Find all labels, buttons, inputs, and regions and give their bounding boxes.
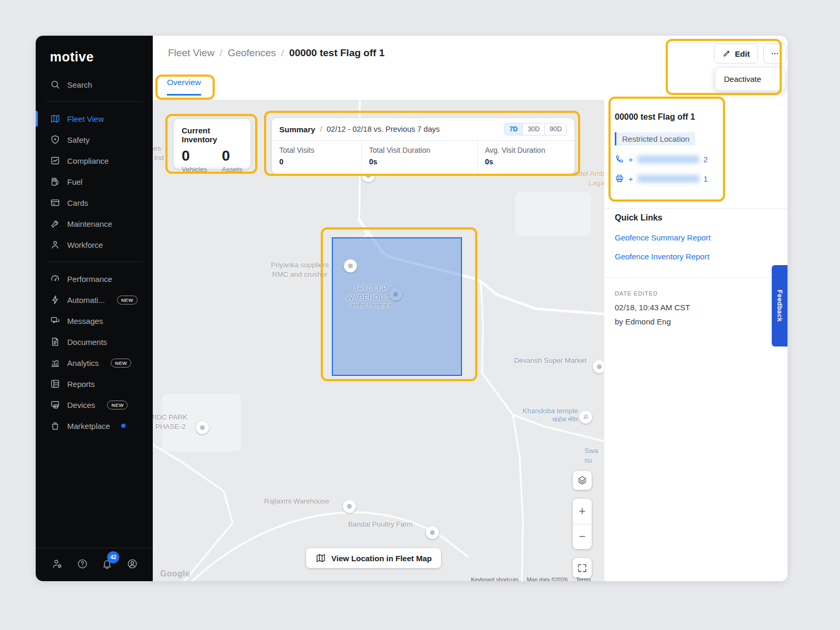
- phone-icon: [615, 154, 624, 164]
- sidebar-item-label: Compliance: [67, 156, 109, 165]
- map-pin: [426, 526, 439, 539]
- breadcrumb-geofences[interactable]: Geofences: [228, 47, 276, 59]
- vehicles-count: 0: [182, 148, 207, 164]
- device-icon: [50, 400, 60, 410]
- geofence-inventory-report-link[interactable]: Geofence Inventory Report: [615, 252, 709, 261]
- assets-label: Assets: [222, 165, 242, 173]
- sidebar-item-label: Marketplace: [67, 422, 110, 430]
- chat-icon: [50, 316, 60, 326]
- zoom-in-button[interactable]: +: [573, 499, 592, 524]
- summary-card: Summary / 02/12 - 02/18 vs. Previous 7 d…: [271, 118, 575, 174]
- compliance-icon: [50, 155, 60, 166]
- geofence-summary-report-link[interactable]: Geofence Summary Report: [615, 233, 711, 242]
- map-label-rajlaxmi: Rajlaxmi Warehouse: [264, 497, 329, 506]
- stat-total-visits: Total Visits 0: [272, 141, 361, 174]
- summary-title: Summary: [279, 125, 315, 134]
- sidebar-search[interactable]: Search: [36, 74, 153, 95]
- search-icon: [50, 79, 60, 90]
- sidebar-item-maintenance[interactable]: Maintenance: [36, 213, 153, 234]
- analytics-chart-icon: [50, 358, 60, 368]
- inventory-card-title: Current Inventory: [182, 126, 243, 144]
- sidebar-item-automations[interactable]: Automati... NEW: [36, 289, 153, 310]
- credit-card-icon: [50, 197, 60, 208]
- details-panel: 00000 test Flag off 1 Restricted Locatio…: [604, 100, 788, 581]
- map-pin: [343, 500, 356, 513]
- notification-count-badge: 42: [107, 551, 119, 563]
- range-90d-button[interactable]: 90D: [544, 123, 567, 135]
- sidebar-item-cards[interactable]: Cards: [36, 192, 153, 213]
- restricted-location-badge: Restricted Location: [615, 132, 695, 145]
- range-7d-button[interactable]: 7D: [504, 123, 523, 135]
- quick-links-title: Quick Links: [615, 213, 663, 223]
- sidebar-search-label: Search: [67, 80, 92, 89]
- map-label-priyanka: Priyanka suppliersRMC and crusher: [271, 260, 329, 279]
- map-pin: [593, 360, 604, 373]
- view-location-fleet-map-button[interactable]: View Location in Fleet Map: [306, 548, 441, 568]
- account-icon: [127, 558, 138, 570]
- sidebar-item-analytics[interactable]: Analytics NEW: [36, 352, 153, 373]
- sidebar-item-label: Maintenance: [67, 219, 112, 228]
- assets-count: 0: [222, 148, 242, 164]
- more-actions-button[interactable]: [763, 44, 786, 64]
- notifications-button[interactable]: 42: [101, 558, 113, 572]
- map-label-bandal: Bandal Poultry Farm: [348, 520, 413, 529]
- fax-row[interactable]: + 1: [615, 174, 708, 183]
- layers-icon: [577, 475, 587, 486]
- sidebar-item-label: Workforce: [67, 240, 103, 249]
- help-button[interactable]: [77, 558, 88, 572]
- om-pin-icon: [579, 411, 592, 424]
- notification-dot: [121, 424, 125, 428]
- keyboard-shortcuts-link[interactable]: Keyboard shortcuts: [471, 576, 518, 581]
- gauge-icon: [50, 274, 60, 284]
- zoom-out-button[interactable]: −: [573, 524, 592, 550]
- map-canvas[interactable]: nesr Ind Zenith stone industries Hotel A…: [153, 100, 604, 581]
- sidebar-item-performance[interactable]: Performance: [36, 268, 153, 289]
- range-toggle: 7D 30D 90D: [504, 123, 567, 135]
- sidebar-item-safety[interactable]: Safety: [36, 129, 153, 150]
- sidebar-item-label: Analytics: [67, 359, 99, 368]
- sidebar-item-devices[interactable]: Devices NEW: [36, 394, 153, 415]
- sidebar-item-compliance[interactable]: Compliance: [36, 150, 153, 171]
- range-30d-button[interactable]: 30D: [522, 123, 545, 135]
- breadcrumb: Fleet View / Geofences / 00000 test Flag…: [168, 47, 384, 59]
- app-window: motive Search Fleet View Safety Complian…: [36, 36, 788, 581]
- edit-button[interactable]: Edit: [714, 44, 758, 64]
- sidebar-item-workforce[interactable]: Workforce: [36, 234, 153, 255]
- redacted-fax-number: [637, 175, 699, 183]
- terms-link[interactable]: Terms: [576, 576, 591, 581]
- admin-settings-button[interactable]: [51, 558, 63, 572]
- motive-logo[interactable]: motive: [36, 36, 153, 74]
- map-icon: [316, 553, 326, 563]
- fullscreen-button[interactable]: [573, 558, 592, 578]
- panel-divider: [604, 208, 788, 209]
- summary-date-range: 02/12 - 02/18 vs. Previous 7 days: [327, 125, 439, 133]
- sidebar-item-label: Performance: [67, 275, 112, 284]
- breadcrumb-fleet-view[interactable]: Fleet View: [168, 47, 214, 59]
- map-layers-button[interactable]: [573, 471, 592, 490]
- deactivate-menu-item[interactable]: Deactivate: [715, 67, 785, 91]
- sidebar-item-reports[interactable]: Reports: [36, 373, 153, 394]
- feedback-tab[interactable]: Feedback: [772, 265, 788, 346]
- map-label-swa: Swasu: [584, 446, 598, 465]
- tab-overview[interactable]: Overview: [167, 78, 201, 96]
- sidebar-item-fleet-view[interactable]: Fleet View: [36, 108, 153, 129]
- sidebar-item-messages[interactable]: Messages: [36, 310, 153, 331]
- report-icon: [50, 379, 60, 389]
- sidebar-item-label: Safety: [67, 135, 90, 144]
- shield-icon: [50, 134, 60, 145]
- account-button[interactable]: [127, 558, 138, 572]
- map-icon: [50, 113, 60, 124]
- phone-row[interactable]: + 2: [615, 154, 708, 164]
- map-label-khandoba: Khandoba temple खंडोबा मंदिर: [510, 406, 578, 423]
- phone-suffix: 2: [704, 155, 708, 164]
- sidebar-item-documents[interactable]: Documents: [36, 331, 153, 352]
- map-data-text: Map data ©2026: [527, 576, 568, 581]
- summary-separator: /: [320, 125, 322, 133]
- sidebar-item-fuel[interactable]: Fuel: [36, 171, 153, 192]
- sidebar-item-marketplace[interactable]: Marketplace: [36, 415, 153, 436]
- edit-button-label: Edit: [735, 49, 750, 58]
- page: motive Search Fleet View Safety Complian…: [0, 0, 840, 630]
- sidebar-item-label: Documents: [67, 338, 107, 346]
- sidebar-item-label: Cards: [67, 198, 88, 207]
- map-label-midc: MIDC PARKE PHASE-2: [153, 413, 187, 431]
